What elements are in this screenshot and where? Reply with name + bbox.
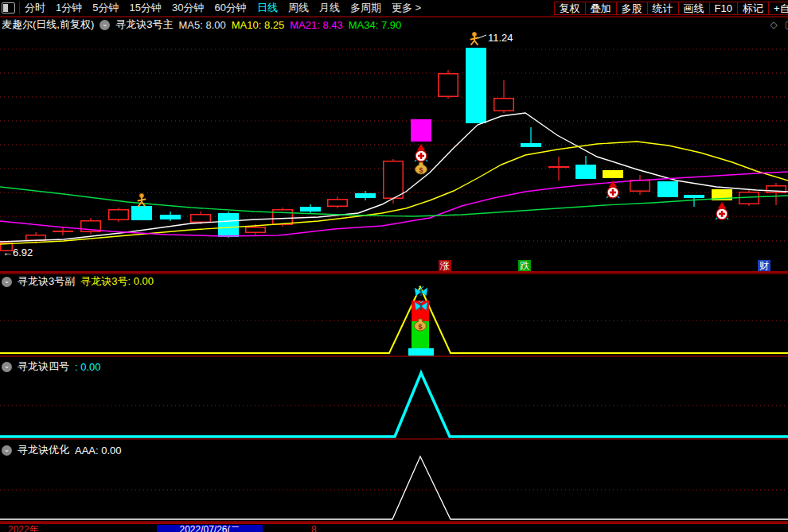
tab-fenshi[interactable]: 分时 <box>25 1 45 15</box>
person-icon <box>138 193 146 206</box>
f10-button[interactable]: F10 <box>709 2 738 15</box>
trading-terminal-window: 分时 1分钟 5分钟 15分钟 30分钟 60分钟 日线 周线 月线 多周期 更… <box>0 0 788 532</box>
toolbar-divider <box>19 2 20 14</box>
window-controls: ◇ ▢ <box>770 19 788 30</box>
period-toolbar: 分时 1分钟 5分钟 15分钟 30分钟 60分钟 日线 周线 月线 多周期 更… <box>0 0 788 17</box>
fall-badge[interactable]: 跌 <box>518 260 531 271</box>
date-axis: 2022年 2022/07/26(二 8 <box>0 522 788 532</box>
panel-2-header: ⌄ 寻龙诀四号 : 0.00 <box>2 359 101 374</box>
low-price-label: ←6.92 <box>2 247 33 258</box>
add-watchlist-button[interactable]: +自选 <box>768 2 788 15</box>
panel-1-name: 寻龙诀3号副 <box>18 274 75 289</box>
chevron-down-icon[interactable]: ⌄ <box>99 20 110 30</box>
svg-text:$: $ <box>418 323 422 331</box>
square-icon[interactable]: ▢ <box>785 19 788 30</box>
axis-selected-date: 2022/07/26(二 <box>157 525 263 532</box>
period-tabs: 分时 1分钟 5分钟 15分钟 30分钟 60分钟 日线 周线 月线 多周期 更… <box>25 1 421 15</box>
axis-year-label: 2022年 <box>8 525 39 532</box>
tab-more[interactable]: 更多 > <box>392 1 421 15</box>
tab-multiperiod[interactable]: 多周期 <box>350 1 381 15</box>
tab-1min[interactable]: 1分钟 <box>56 1 82 15</box>
info-bar: 麦趣尔(日线,前复权) ⌄ 寻龙诀3号主 MA5: 8.00 MA10: 8.2… <box>0 17 788 32</box>
tab-daily[interactable]: 日线 <box>257 1 278 15</box>
panel-1-header: ⌄ 寻龙诀3号副 寻龙诀3号: 0.00 <box>2 274 154 289</box>
panel-2-chevron-icon[interactable]: ⌄ <box>2 362 12 372</box>
finance-badge[interactable]: 财 <box>758 260 770 271</box>
axis-month-label: 8 <box>311 525 317 532</box>
ma10-value: MA10: 8.25 <box>232 19 285 31</box>
money-bag-icon: $ <box>415 162 427 174</box>
svg-text:$: $ <box>419 166 423 174</box>
indicator-panel-2-chart[interactable] <box>0 357 788 441</box>
ma5-value: MA5: 8.00 <box>179 19 226 31</box>
mark-button[interactable]: 标记 <box>737 2 769 15</box>
layout-panel-icon[interactable] <box>2 2 15 14</box>
stock-title: 麦趣尔(日线,前复权) <box>2 17 94 32</box>
panel-1-value: 寻龙诀3号: 0.00 <box>80 274 154 289</box>
main-indicator-name: 寻龙诀3号主 <box>115 17 173 32</box>
overlay-button[interactable]: 叠加 <box>585 2 617 15</box>
panel-1-chevron-icon[interactable]: ⌄ <box>2 277 12 287</box>
tab-60min[interactable]: 60分钟 <box>214 1 246 15</box>
tab-15min[interactable]: 15分钟 <box>129 1 161 15</box>
panel-2-value: : 0.00 <box>75 361 101 373</box>
tab-5min[interactable]: 5分钟 <box>92 1 119 15</box>
restore-rights-button[interactable]: 复权 <box>554 2 586 15</box>
panel-3-chevron-icon[interactable]: ⌄ <box>2 445 12 456</box>
diamond-icon[interactable]: ◇ <box>770 19 777 30</box>
high-price-label: 11.24 <box>488 32 513 44</box>
panel-2-name: 寻龙诀四号 <box>18 359 69 374</box>
tab-monthly[interactable]: 月线 <box>319 1 340 15</box>
statistics-button[interactable]: 统计 <box>647 2 679 15</box>
rise-badge[interactable]: 涨 <box>439 260 451 271</box>
multi-stock-button[interactable]: 多股 <box>616 2 648 15</box>
panel-3-header: ⌄ 寻龙诀优化 AAA: 0.00 <box>2 443 122 457</box>
draw-line-button[interactable]: 画线 <box>678 2 710 15</box>
ma21-value: MA21: 8.43 <box>290 19 343 31</box>
buy-cross-icon <box>415 144 427 161</box>
tab-weekly[interactable]: 周线 <box>288 1 309 15</box>
toolbar-buttons: 复权 叠加 多股 统计 画线 F10 标记 +自选 <box>555 2 788 15</box>
buy-cross-icon <box>716 202 728 219</box>
main-candlestick-chart[interactable]: 11.24$←6.92 <box>0 32 788 273</box>
tab-30min[interactable]: 30分钟 <box>172 1 204 15</box>
panel-3-name: 寻龙诀优化 <box>18 443 69 457</box>
person-icon <box>471 32 478 45</box>
panel-3-value: AAA: 0.00 <box>75 445 122 456</box>
ma34-value: MA34: 7.90 <box>349 19 402 31</box>
